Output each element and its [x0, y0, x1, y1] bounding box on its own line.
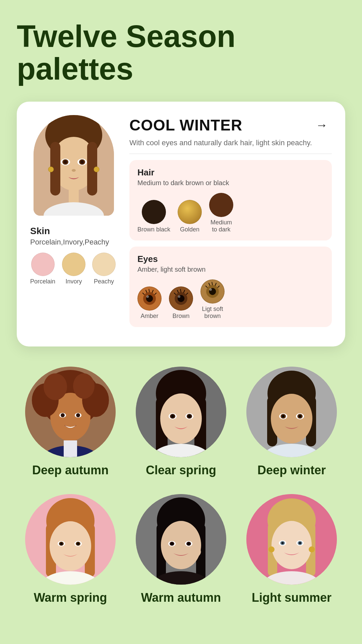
- porcelain-circle: [31, 253, 55, 276]
- skin-swatch-invory: Invory: [62, 253, 85, 285]
- svg-point-87: [60, 542, 63, 545]
- hair-trait-box: Hair Medium to dark brown or black Brown…: [129, 160, 332, 240]
- svg-point-63: [171, 415, 174, 418]
- svg-point-7: [64, 160, 67, 164]
- portraits-row-2: Warm spring: [17, 494, 345, 605]
- medium-dark-label: Medium to dark: [210, 219, 232, 233]
- warm-autumn-label: Warm autumn: [141, 591, 221, 605]
- svg-point-19: [146, 296, 149, 298]
- svg-point-48: [44, 373, 67, 400]
- svg-point-51: [61, 413, 65, 417]
- svg-point-90: [77, 542, 79, 545]
- skin-label: Skin: [30, 226, 117, 236]
- deep-winter-label: Deep winter: [257, 463, 326, 477]
- svg-point-78: [299, 415, 301, 418]
- eyes-trait-subtitle: Amber, light soft brown: [137, 266, 324, 273]
- svg-point-11: [72, 169, 76, 172]
- svg-point-10: [80, 160, 84, 164]
- hair-swatch-medium-dark: Medium to dark: [209, 193, 233, 233]
- svg-point-60: [160, 393, 202, 444]
- svg-rect-55: [64, 440, 77, 457]
- brown-black-label: Brown black: [137, 226, 170, 233]
- eye-swatch-light-soft-brown: Ligt soft brown: [200, 279, 225, 320]
- eyes-swatches: Amber: [137, 279, 324, 320]
- warm-spring-image: [25, 494, 116, 585]
- svg-point-112: [282, 542, 284, 544]
- deep-winter-image: [246, 367, 337, 457]
- deep-autumn-label: Deep autumn: [32, 463, 109, 477]
- invory-label: Invory: [66, 278, 82, 285]
- svg-point-84: [50, 521, 91, 571]
- svg-rect-12: [69, 187, 79, 204]
- brown-eye-circle: [169, 286, 193, 311]
- amber-eye-circle: [137, 286, 162, 311]
- svg-point-115: [299, 542, 301, 544]
- amber-eye-label: Amber: [140, 313, 158, 320]
- svg-point-72: [271, 394, 312, 443]
- svg-point-75: [282, 415, 285, 418]
- season-card: Skin Porcelain,Invory,Peachy Porcelain I…: [17, 102, 345, 346]
- svg-point-116: [268, 546, 275, 552]
- svg-point-14: [48, 167, 54, 172]
- card-divider: [129, 154, 332, 154]
- svg-point-15: [94, 167, 99, 172]
- portrait-clear-spring[interactable]: Clear spring: [131, 367, 231, 477]
- invory-circle: [62, 253, 85, 276]
- hair-swatch-brown-black: Brown black: [137, 200, 170, 233]
- portrait-warm-autumn[interactable]: Warm autumn: [131, 494, 231, 605]
- skin-subtitle: Porcelain,Invory,Peachy: [30, 238, 117, 247]
- portrait-deep-winter[interactable]: Deep winter: [241, 367, 342, 477]
- hair-trait-title: Hair: [137, 167, 324, 178]
- light-soft-brown-label: Ligt soft brown: [202, 306, 223, 320]
- eye-swatch-brown: Brown: [169, 286, 193, 320]
- peachy-label: Peachy: [94, 278, 114, 285]
- season-description: With cool eyes and naturally dark hair, …: [129, 138, 332, 148]
- svg-point-53: [76, 413, 80, 417]
- season-header: COOL WINTER →: [129, 115, 332, 135]
- clear-spring-image: [136, 367, 226, 457]
- portrait-image: [34, 115, 114, 216]
- hair-swatches: Brown black Golden Medium to dark: [137, 193, 324, 233]
- golden-circle: [178, 200, 202, 224]
- portrait-light-summer[interactable]: Light summer: [241, 494, 342, 605]
- svg-point-96: [161, 521, 201, 569]
- svg-point-66: [188, 415, 191, 418]
- warm-spring-label: Warm spring: [34, 591, 107, 605]
- porcelain-label: Porcelain: [30, 278, 55, 285]
- svg-point-28: [178, 296, 181, 298]
- eye-swatch-amber: Amber: [137, 286, 162, 320]
- season-title: COOL WINTER: [129, 116, 242, 134]
- brown-black-circle: [142, 200, 166, 224]
- season-arrow-button[interactable]: →: [312, 115, 332, 135]
- skin-section: Skin Porcelain,Invory,Peachy Porcelain I…: [30, 222, 117, 285]
- peachy-circle: [92, 253, 116, 276]
- svg-point-37: [209, 288, 212, 291]
- brown-eye-label: Brown: [172, 313, 189, 320]
- hair-trait-subtitle: Medium to dark brown or black: [137, 179, 324, 187]
- golden-label: Golden: [180, 226, 199, 233]
- skin-swatch-porcelain: Porcelain: [30, 253, 55, 285]
- skin-swatch-peachy: Peachy: [92, 253, 116, 285]
- svg-point-117: [309, 546, 315, 552]
- warm-autumn-image: [136, 494, 226, 585]
- svg-point-49: [73, 373, 95, 399]
- portraits-row-1: Deep autumn: [17, 367, 345, 477]
- page-wrapper: Twelve Season palettes: [0, 0, 362, 642]
- portrait-warm-spring[interactable]: Warm spring: [20, 494, 121, 605]
- svg-point-109: [272, 521, 312, 569]
- light-summer-label: Light summer: [252, 591, 331, 605]
- card-left: Skin Porcelain,Invory,Peachy Porcelain I…: [30, 115, 117, 333]
- portrait-deep-autumn[interactable]: Deep autumn: [20, 367, 121, 477]
- eyes-trait-box: Eyes Amber, light soft brown: [129, 247, 332, 327]
- clear-spring-label: Clear spring: [146, 463, 216, 477]
- light-soft-brown-circle: [200, 279, 225, 304]
- svg-point-102: [188, 542, 190, 545]
- deep-autumn-image: [25, 367, 116, 457]
- hair-swatch-golden: Golden: [178, 200, 202, 233]
- light-summer-image: [246, 494, 337, 585]
- skin-swatches: Porcelain Invory Peachy: [30, 253, 117, 285]
- medium-dark-circle: [209, 193, 233, 217]
- svg-point-99: [171, 542, 173, 545]
- eyes-trait-title: Eyes: [137, 254, 324, 264]
- page-title: Twelve Season palettes: [17, 20, 345, 85]
